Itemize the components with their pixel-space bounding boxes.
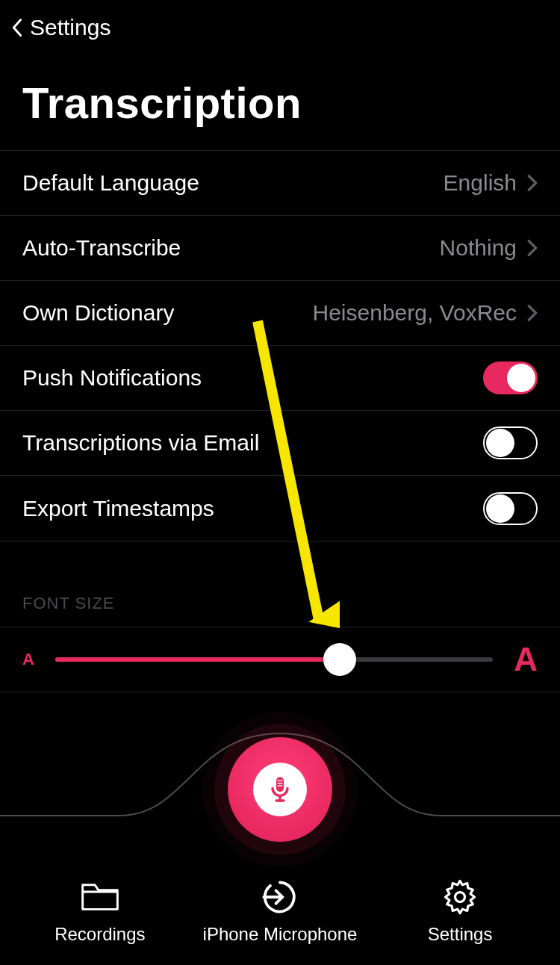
row-value-wrap: Nothing (440, 235, 538, 261)
row-value-wrap: English (444, 170, 538, 196)
row-value: Heisenberg, VoxRec (313, 300, 517, 326)
chevron-right-icon (527, 239, 538, 257)
nav-back-label: Settings (30, 15, 111, 40)
row-auto-transcribe[interactable]: Auto-Transcribe Nothing (0, 216, 560, 281)
slider-fill (55, 657, 340, 662)
row-label: Auto-Transcribe (22, 235, 181, 261)
enter-circle-icon (259, 878, 301, 916)
row-label: Default Language (22, 170, 199, 196)
tab-label: iPhone Microphone (203, 924, 358, 945)
folder-icon (79, 878, 121, 916)
page-title: Transcription (0, 48, 560, 150)
chevron-left-icon (10, 16, 24, 39)
toggle-export-timestamps[interactable] (483, 492, 538, 525)
settings-list: Default Language English Auto-Transcribe… (0, 150, 560, 542)
gear-icon (439, 878, 481, 916)
row-label: Push Notifications (22, 365, 202, 391)
tab-label: Recordings (55, 924, 145, 945)
row-push-notifications: Push Notifications (0, 346, 560, 411)
toggle-transcriptions-email[interactable] (483, 426, 538, 459)
tab-settings[interactable]: Settings (393, 878, 527, 945)
nav-back[interactable]: Settings (0, 0, 560, 48)
row-own-dictionary[interactable]: Own Dictionary Heisenberg, VoxRec (0, 281, 560, 346)
microphone-icon (253, 763, 307, 816)
row-export-timestamps: Export Timestamps (0, 476, 560, 541)
record-button[interactable] (228, 737, 332, 842)
chevron-right-icon (527, 174, 538, 192)
font-size-small-icon: A (22, 650, 34, 669)
font-size-large-icon: A (514, 641, 538, 678)
tab-label: Settings (428, 924, 493, 945)
row-value: Nothing (440, 235, 517, 261)
row-value-wrap: Heisenberg, VoxRec (313, 300, 538, 326)
section-header-font-size: FONT SIZE (0, 542, 560, 627)
tab-microphone[interactable]: iPhone Microphone (203, 878, 358, 945)
svg-point-7 (455, 892, 465, 902)
slider-thumb[interactable] (323, 643, 356, 676)
row-value: English (444, 170, 517, 196)
row-default-language[interactable]: Default Language English (0, 151, 560, 216)
row-label: Export Timestamps (22, 496, 214, 521)
chevron-right-icon (527, 304, 538, 322)
font-size-row: A A (0, 627, 560, 692)
font-size-slider[interactable] (55, 643, 493, 676)
row-label: Transcriptions via Email (22, 430, 259, 456)
tab-bar: Recordings iPhone Microphone Settings (0, 857, 560, 965)
tab-recordings[interactable]: Recordings (33, 878, 167, 945)
svg-rect-0 (276, 777, 284, 792)
row-transcriptions-email: Transcriptions via Email (0, 411, 560, 476)
row-label: Own Dictionary (22, 300, 174, 326)
toggle-push-notifications[interactable] (483, 362, 538, 394)
